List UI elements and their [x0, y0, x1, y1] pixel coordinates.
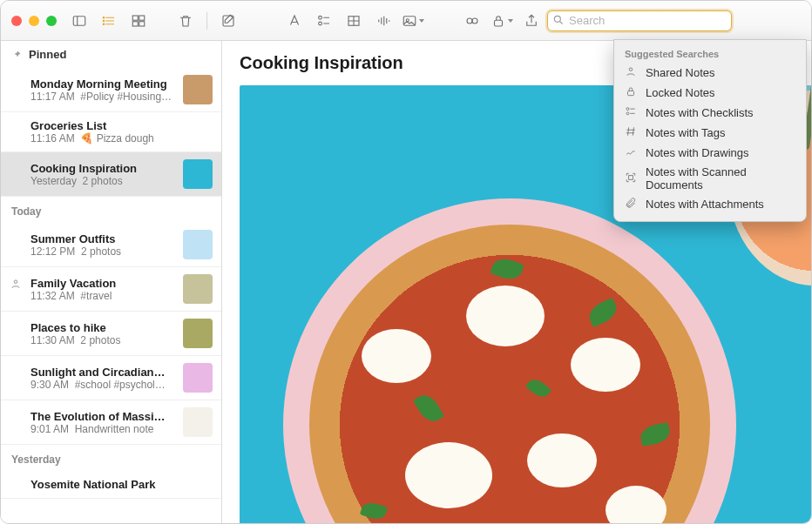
suggested-header: Suggested Searches [614, 45, 806, 63]
note-thumb [183, 407, 213, 437]
note-item-title: Summer Outfits [30, 232, 176, 245]
link-button[interactable] [458, 9, 486, 33]
pinned-label: Pinned [29, 48, 66, 61]
svg-line-31 [560, 21, 563, 24]
scan-icon [625, 171, 637, 186]
svg-point-6 [103, 20, 105, 22]
new-note-button[interactable] [214, 9, 242, 33]
note-item-sub: 11:32 AM #travel [30, 290, 176, 302]
svg-rect-8 [132, 16, 138, 20]
audio-button[interactable] [369, 9, 397, 33]
note-item-title: The Evolution of Massi… [30, 410, 176, 423]
chevron-down-icon [419, 19, 424, 23]
search-input[interactable] [547, 10, 732, 31]
note-item-title: Family Vacation [30, 277, 176, 290]
note-item-sub: 11:16 AM 🍕 Pizza dough [30, 132, 213, 144]
media-button[interactable] [399, 9, 427, 33]
suggested-label: Notes with Scanned Documents [646, 165, 795, 191]
svg-rect-10 [132, 21, 138, 25]
checklist-button[interactable] [310, 9, 338, 33]
note-item-title: Groceries List [30, 119, 213, 132]
gallery-view-button[interactable] [125, 9, 152, 33]
attach-icon [625, 197, 637, 212]
today-header: Today [1, 197, 221, 223]
svg-point-13 [319, 16, 322, 19]
suggested-item-shared[interactable]: Shared Notes [614, 63, 806, 83]
svg-point-30 [554, 16, 560, 22]
pinned-header: Pinned [1, 41, 221, 68]
note-item-title: Yosemite National Park [30, 478, 213, 491]
svg-point-7 [103, 24, 105, 25]
drawing-icon [625, 145, 637, 160]
svg-point-33 [629, 68, 633, 71]
note-thumb [183, 230, 213, 259]
svg-rect-43 [629, 175, 633, 179]
svg-point-28 [472, 18, 477, 24]
note-thumb [183, 75, 213, 104]
note-item-sub: 11:17 AM #Policy #Housing… [30, 91, 176, 103]
note-list-item[interactable]: Summer Outfits 12:12 PM 2 photos [1, 223, 221, 267]
lock-button[interactable] [488, 9, 516, 33]
format-button[interactable] [281, 9, 308, 33]
note-item-title: Sunlight and Circadian… [30, 366, 176, 379]
maximize-button[interactable] [46, 16, 57, 26]
suggested-item-scan[interactable]: Notes with Scanned Documents [614, 163, 806, 194]
separator [206, 12, 207, 30]
suggested-item-checklist[interactable]: Notes with Checklists [614, 103, 806, 123]
suggested-label: Shared Notes [646, 66, 715, 79]
suggested-item-attach[interactable]: Notes with Attachments [614, 194, 806, 214]
note-item-title: Cooking Inspiration [30, 162, 176, 175]
tag-icon [625, 125, 637, 140]
svg-point-32 [14, 280, 17, 284]
svg-line-40 [633, 127, 633, 135]
svg-rect-29 [495, 20, 503, 26]
svg-point-35 [626, 108, 629, 111]
table-button[interactable] [340, 9, 368, 33]
svg-point-15 [319, 22, 322, 25]
note-list-item[interactable]: Places to hike 11:30 AM 2 photos [1, 312, 221, 356]
minimize-button[interactable] [29, 16, 39, 26]
suggested-item-drawing[interactable]: Notes with Drawings [614, 143, 806, 163]
suggested-label: Notes with Drawings [646, 146, 749, 159]
suggested-item-locked[interactable]: Locked Notes [614, 83, 806, 103]
svg-line-39 [628, 127, 629, 135]
suggested-label: Notes with Attachments [646, 198, 764, 211]
note-list-item[interactable]: Groceries List 11:16 AM 🍕 Pizza dough [1, 112, 221, 152]
checklist-icon [625, 105, 637, 120]
note-list-item[interactable]: Sunlight and Circadian… 9:30 AM #school … [1, 356, 221, 400]
note-thumb [183, 159, 213, 189]
search-field-wrap [547, 10, 732, 31]
note-thumb [183, 274, 213, 304]
window-controls [8, 16, 64, 26]
note-item-sub: 11:30 AM 2 photos [30, 334, 176, 346]
search-icon [552, 14, 565, 29]
share-button[interactable] [518, 9, 545, 33]
svg-rect-34 [628, 91, 634, 95]
svg-rect-11 [139, 21, 145, 25]
note-list-item[interactable]: The Evolution of Massi… 9:01 AM Handwrit… [1, 400, 221, 445]
note-list-item[interactable]: Monday Morning Meeting 11:17 AM #Policy … [1, 68, 221, 112]
delete-button[interactable] [172, 9, 200, 33]
shared-icon [625, 65, 637, 80]
note-item-title: Monday Morning Meeting [30, 77, 176, 91]
locked-icon [625, 85, 637, 100]
note-list-item[interactable]: Yosemite National Park [1, 471, 221, 499]
note-thumb [183, 363, 213, 393]
note-list-item[interactable]: Family Vacation 11:32 AM #travel [1, 267, 221, 312]
note-item-title: Places to hike [30, 321, 176, 334]
toggle-sidebar-button[interactable] [65, 9, 93, 33]
suggested-item-tag[interactable]: Notes with Tags [614, 123, 806, 143]
close-button[interactable] [11, 16, 22, 26]
note-item-sub: 9:30 AM #school #psychol… [30, 379, 176, 391]
suggested-label: Notes with Tags [646, 126, 726, 139]
pin-icon [11, 50, 22, 60]
chevron-down-icon [508, 19, 513, 23]
note-list-item[interactable]: Cooking Inspiration Yesterday 2 photos [1, 152, 221, 197]
list-view-button[interactable] [95, 9, 123, 33]
suggested-label: Notes with Checklists [646, 106, 754, 119]
note-item-sub: Yesterday 2 photos [30, 175, 176, 187]
shared-icon [10, 278, 22, 292]
svg-point-27 [467, 18, 472, 24]
note-thumb [183, 319, 213, 348]
notes-sidebar[interactable]: Pinned Monday Morning Meeting 11:17 AM #… [1, 41, 222, 523]
